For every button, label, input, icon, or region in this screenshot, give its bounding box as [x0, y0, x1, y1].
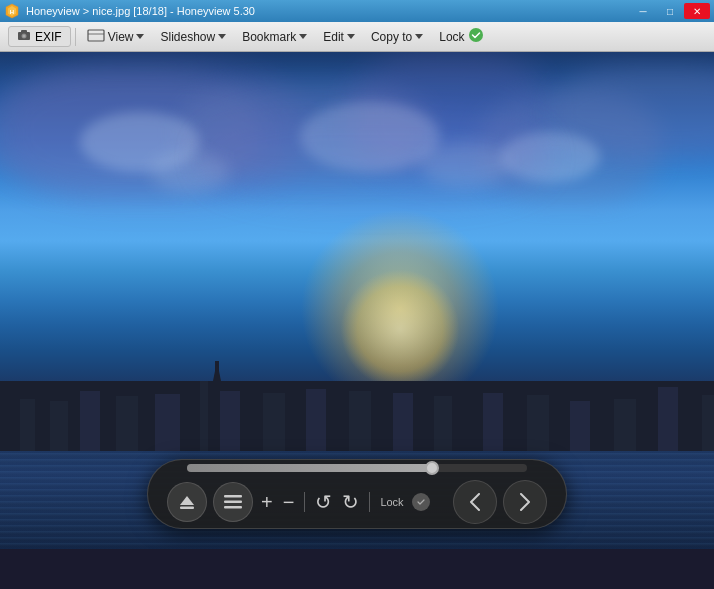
copyto-menu[interactable]: Copy to	[364, 27, 430, 47]
svg-rect-43	[614, 399, 636, 451]
svg-rect-25	[220, 391, 240, 451]
svg-rect-35	[434, 396, 452, 451]
svg-point-53	[415, 497, 426, 508]
svg-rect-36	[455, 401, 480, 451]
edit-label: Edit	[323, 30, 344, 44]
svg-rect-32	[374, 399, 390, 451]
app-logo-icon: H	[4, 3, 20, 19]
lock-label: Lock	[439, 30, 464, 44]
camera-icon	[17, 29, 31, 44]
title-text: Honeyview > nice.jpg [18/18] - Honeyview…	[26, 5, 255, 17]
rotate-right-button[interactable]: ↻	[340, 490, 361, 514]
bookmark-label: Bookmark	[242, 30, 296, 44]
svg-rect-29	[306, 389, 326, 451]
svg-marker-24	[213, 361, 221, 381]
city-skyline	[0, 351, 714, 451]
edit-chevron-icon	[347, 34, 355, 39]
svg-text:H: H	[10, 9, 14, 15]
view-label: View	[108, 30, 134, 44]
svg-rect-11	[5, 406, 17, 451]
zoom-in-button[interactable]: +	[259, 491, 275, 514]
controls-row: + − ↺ ↻ Lock	[167, 480, 547, 524]
maximize-button[interactable]: □	[657, 3, 683, 19]
svg-point-9	[469, 28, 483, 42]
svg-rect-31	[349, 391, 371, 451]
svg-rect-45	[658, 387, 678, 451]
minimize-button[interactable]: ─	[630, 3, 656, 19]
svg-rect-34	[416, 387, 431, 451]
svg-rect-49	[180, 507, 194, 510]
exif-label: EXIF	[35, 30, 62, 44]
svg-rect-37	[483, 393, 503, 451]
copyto-chevron-icon	[415, 34, 423, 39]
lock-check-icon	[468, 27, 484, 46]
zoom-out-button[interactable]: −	[281, 491, 297, 514]
eject-button[interactable]	[167, 482, 207, 522]
svg-rect-46	[681, 399, 699, 451]
svg-rect-38	[506, 399, 524, 451]
prev-button[interactable]	[453, 480, 497, 524]
slideshow-menu[interactable]: Slideshow	[153, 27, 233, 47]
title-bar: H Honeyview > nice.jpg [18/18] - Honeyvi…	[0, 0, 714, 22]
ctrl-sep-2	[369, 492, 370, 512]
svg-rect-51	[224, 501, 242, 504]
edit-menu[interactable]: Edit	[316, 27, 362, 47]
svg-rect-15	[70, 386, 78, 451]
control-bar: + − ↺ ↻ Lock	[147, 459, 567, 529]
rotate-left-button[interactable]: ↺	[313, 490, 334, 514]
svg-rect-50	[224, 495, 242, 498]
view-chevron-icon	[136, 34, 144, 39]
svg-rect-28	[288, 401, 303, 451]
svg-rect-20	[155, 394, 180, 451]
svg-rect-16	[80, 391, 100, 451]
svg-rect-52	[224, 506, 242, 509]
menu-button[interactable]	[213, 482, 253, 522]
svg-rect-21	[182, 386, 197, 451]
image-viewer[interactable]: + − ↺ ↻ Lock	[0, 52, 714, 549]
svg-rect-33	[393, 393, 413, 451]
svg-rect-42	[593, 395, 611, 451]
svg-rect-13	[38, 393, 48, 451]
svg-rect-18	[116, 396, 138, 451]
svg-rect-39	[527, 395, 549, 451]
view-icon	[87, 29, 105, 45]
exif-button[interactable]: EXIF	[8, 26, 71, 47]
slideshow-chevron-icon	[218, 34, 226, 39]
next-button[interactable]	[503, 480, 547, 524]
svg-rect-12	[20, 399, 35, 451]
svg-rect-17	[102, 383, 114, 451]
svg-rect-19	[140, 389, 150, 451]
slider-fill	[187, 464, 432, 472]
toolbar-sep-1	[75, 28, 76, 46]
position-slider[interactable]	[187, 464, 527, 472]
svg-rect-14	[50, 401, 68, 451]
toolbar: EXIF View Slideshow Bookmark Edit Copy t…	[0, 22, 714, 52]
title-bar-left: H Honeyview > nice.jpg [18/18] - Honeyvi…	[4, 3, 255, 19]
svg-rect-27	[263, 393, 285, 451]
lock-label: Lock	[378, 496, 405, 508]
svg-rect-7	[88, 30, 104, 41]
slider-thumb	[425, 461, 439, 475]
title-bar-controls: ─ □ ✕	[630, 3, 710, 19]
svg-rect-22	[200, 381, 208, 451]
svg-rect-4	[21, 30, 27, 33]
copyto-label: Copy to	[371, 30, 412, 44]
svg-rect-44	[639, 393, 655, 451]
bookmark-menu[interactable]: Bookmark	[235, 27, 314, 47]
lock-check-button[interactable]	[412, 493, 430, 511]
svg-marker-48	[180, 496, 194, 505]
svg-rect-40	[552, 389, 567, 451]
lock-menu[interactable]: Lock	[432, 24, 490, 49]
slideshow-label: Slideshow	[160, 30, 215, 44]
svg-rect-26	[243, 399, 261, 451]
close-button[interactable]: ✕	[684, 3, 710, 19]
bookmark-chevron-icon	[299, 34, 307, 39]
ctrl-sep-1	[304, 492, 305, 512]
svg-rect-30	[328, 395, 346, 451]
svg-rect-47	[702, 395, 714, 451]
svg-point-6	[23, 35, 26, 38]
svg-rect-41	[570, 401, 590, 451]
view-menu[interactable]: View	[80, 26, 152, 48]
